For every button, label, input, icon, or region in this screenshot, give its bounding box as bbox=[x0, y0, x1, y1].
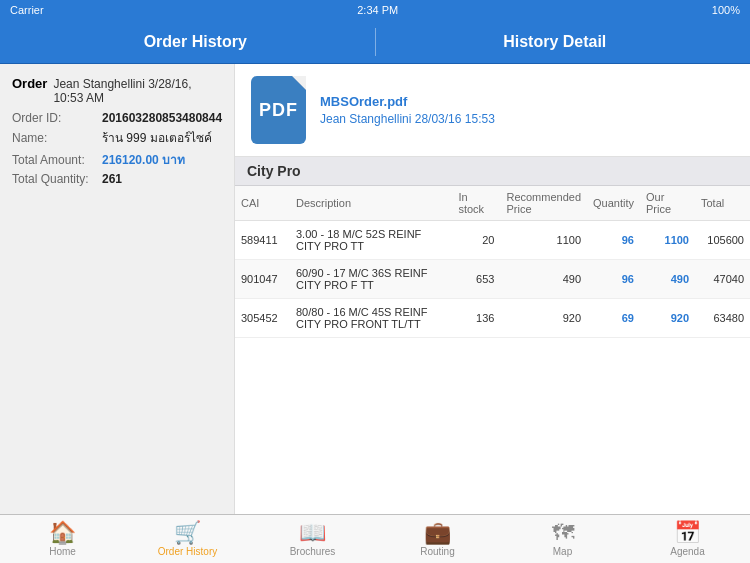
col-header-total: Total bbox=[695, 186, 750, 221]
col-header-desc: Description bbox=[290, 186, 452, 221]
order-label: Order bbox=[12, 76, 47, 91]
nav-bar: Order History History Detail bbox=[0, 20, 750, 64]
tab-label: Agenda bbox=[670, 546, 704, 557]
tab-label: Home bbox=[49, 546, 76, 557]
table-row: 901047 60/90 - 17 M/C 36S REINF CITY PRO… bbox=[235, 260, 750, 299]
cell-qty: 96 bbox=[587, 260, 640, 299]
pdf-icon-text: PDF bbox=[259, 100, 298, 121]
tab-item-home[interactable]: 🏠 Home bbox=[0, 515, 125, 563]
col-header-qty: Quantity bbox=[587, 186, 640, 221]
total-amount-label: Total Amount: bbox=[12, 153, 102, 167]
pdf-filename: MBSOrder.pdf bbox=[320, 94, 495, 109]
carrier-label: Carrier bbox=[10, 4, 44, 16]
total-quantity-label: Total Quantity: bbox=[12, 172, 102, 186]
cell-rec: 490 bbox=[500, 260, 587, 299]
tab-label: Order History bbox=[158, 546, 217, 557]
cell-desc: 80/80 - 16 M/C 45S REINF CITY PRO FRONT … bbox=[290, 299, 452, 338]
cell-rec: 920 bbox=[500, 299, 587, 338]
battery-label: 100% bbox=[712, 4, 740, 16]
pdf-fold bbox=[292, 76, 306, 90]
name-label: Name: bbox=[12, 131, 102, 145]
tab-icon: 📖 bbox=[299, 522, 326, 544]
cell-cai: 589411 bbox=[235, 221, 290, 260]
cell-desc: 3.00 - 18 M/C 52S REINF CITY PRO TT bbox=[290, 221, 452, 260]
cell-total: 47040 bbox=[695, 260, 750, 299]
time-label: 2:34 PM bbox=[357, 4, 398, 16]
tab-icon: 🏠 bbox=[49, 522, 76, 544]
tab-item-order-history[interactable]: 🛒 Order History bbox=[125, 515, 250, 563]
left-panel: Order Jean Stanghellini 3/28/16, 10:53 A… bbox=[0, 64, 235, 514]
tab-icon: 🗺 bbox=[552, 522, 574, 544]
right-panel: PDF MBSOrder.pdf Jean Stanghellini 28/03… bbox=[235, 64, 750, 514]
pdf-header: PDF MBSOrder.pdf Jean Stanghellini 28/03… bbox=[235, 64, 750, 157]
total-quantity-value: 261 bbox=[102, 172, 122, 186]
tab-label: Brochures bbox=[290, 546, 336, 557]
total-amount-value: 216120.00 บาท bbox=[102, 150, 185, 169]
table-section: City Pro CAI Description In stock Recomm… bbox=[235, 157, 750, 514]
tab-bar: 🏠 Home 🛒 Order History 📖 Brochures 💼 Rou… bbox=[0, 514, 750, 563]
order-id-label: Order ID: bbox=[12, 111, 102, 125]
col-header-cai: CAI bbox=[235, 186, 290, 221]
cell-price: 1100 bbox=[640, 221, 695, 260]
cell-stock: 136 bbox=[452, 299, 500, 338]
cell-cai: 305452 bbox=[235, 299, 290, 338]
tab-item-routing[interactable]: 💼 Routing bbox=[375, 515, 500, 563]
cell-price: 490 bbox=[640, 260, 695, 299]
cell-price: 920 bbox=[640, 299, 695, 338]
order-id-value: 201603280853480844 bbox=[102, 111, 222, 125]
nav-bar-right-title: History Detail bbox=[376, 33, 735, 51]
status-bar: Carrier 2:34 PM 100% bbox=[0, 0, 750, 20]
tab-item-brochures[interactable]: 📖 Brochures bbox=[250, 515, 375, 563]
cell-rec: 1100 bbox=[500, 221, 587, 260]
table-row: 305452 80/80 - 16 M/C 45S REINF CITY PRO… bbox=[235, 299, 750, 338]
order-person: Jean Stanghellini 3/28/16, 10:53 AM bbox=[53, 77, 222, 105]
table-header-row: CAI Description In stock Recommended Pri… bbox=[235, 186, 750, 221]
tab-label: Routing bbox=[420, 546, 454, 557]
nav-bar-left-title: Order History bbox=[16, 33, 375, 51]
cell-total: 105600 bbox=[695, 221, 750, 260]
cell-total: 63480 bbox=[695, 299, 750, 338]
name-value: ร้าน 999 มอเตอร์ไซค์ bbox=[102, 128, 212, 147]
tab-icon: 💼 bbox=[424, 522, 451, 544]
tab-icon: 🛒 bbox=[174, 522, 201, 544]
cell-stock: 20 bbox=[452, 221, 500, 260]
tab-item-agenda[interactable]: 📅 Agenda bbox=[625, 515, 750, 563]
tab-icon: 📅 bbox=[674, 522, 701, 544]
data-table: CAI Description In stock Recommended Pri… bbox=[235, 186, 750, 338]
group-header: City Pro bbox=[235, 157, 750, 186]
cell-stock: 653 bbox=[452, 260, 500, 299]
main-content: Order Jean Stanghellini 3/28/16, 10:53 A… bbox=[0, 64, 750, 514]
col-header-price: Our Price bbox=[640, 186, 695, 221]
pdf-person-date: Jean Stanghellini 28/03/16 15:53 bbox=[320, 112, 495, 126]
table-row: 589411 3.00 - 18 M/C 52S REINF CITY PRO … bbox=[235, 221, 750, 260]
col-header-rec: Recommended Price bbox=[500, 186, 587, 221]
tab-label: Map bbox=[553, 546, 572, 557]
cell-qty: 96 bbox=[587, 221, 640, 260]
pdf-icon: PDF bbox=[251, 76, 306, 144]
col-header-stock: In stock bbox=[452, 186, 500, 221]
cell-cai: 901047 bbox=[235, 260, 290, 299]
pdf-info: MBSOrder.pdf Jean Stanghellini 28/03/16 … bbox=[320, 94, 495, 126]
tab-item-map[interactable]: 🗺 Map bbox=[500, 515, 625, 563]
cell-desc: 60/90 - 17 M/C 36S REINF CITY PRO F TT bbox=[290, 260, 452, 299]
cell-qty: 69 bbox=[587, 299, 640, 338]
